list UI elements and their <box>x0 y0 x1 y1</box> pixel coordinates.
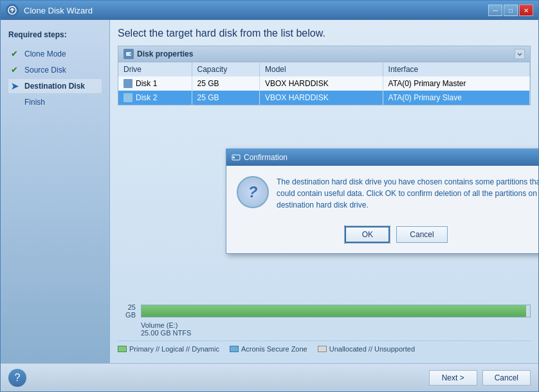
main-content: Required steps: ✔ Clone Mode ✔ Source Di… <box>1 20 538 363</box>
finish-link[interactable]: Finish <box>24 98 45 107</box>
window-controls: ─ □ ✕ <box>488 4 533 16</box>
disk-properties-title: Disk properties <box>137 49 193 58</box>
sidebar-item-clone-mode[interactable]: ✔ Clone Mode <box>8 47 102 60</box>
content-wrapper: Select the target hard disk from the lis… <box>110 20 538 363</box>
disk-size-label: 25 GB <box>118 303 136 319</box>
dialog-cancel-button[interactable]: Cancel <box>396 226 447 243</box>
dialog-titlebar: Confirmation ✕ <box>226 149 538 166</box>
checkmark-icon: ✔ <box>11 65 21 75</box>
dialog-buttons: OK Cancel <box>226 221 538 253</box>
disk-icon <box>123 79 132 88</box>
disk-table: Drive Capacity Model Interface <box>118 62 530 105</box>
capacity-cell: 25 GB <box>192 91 259 105</box>
bottom-bar: ? Next > Cancel <box>1 363 538 391</box>
main-window: Clone Disk Wizard ─ □ ✕ Required steps: … <box>0 0 539 392</box>
interface-cell: ATA(0) Primary Master <box>383 76 529 91</box>
legend-label-acronis: Acronis Secure Zone <box>241 345 307 353</box>
table-row[interactable]: Disk 2 25 GB VBOX HARDDISK ATA(0) Primar… <box>118 91 530 105</box>
title-bar: Clone Disk Wizard ─ □ ✕ <box>1 1 538 20</box>
panel-heading: Select the target hard disk from the lis… <box>118 28 531 39</box>
model-cell: VBOX HARDDISK <box>259 76 383 91</box>
disk-info: Volume (E:) 25.00 GB NTFS <box>118 321 531 337</box>
window-title: Clone Disk Wizard <box>24 6 488 15</box>
drive-name: Disk 1 <box>136 79 157 88</box>
cancel-button[interactable]: Cancel <box>482 370 531 386</box>
drive-name: Disk 2 <box>136 93 157 102</box>
disk-properties-icon <box>123 49 134 59</box>
disk-viz-area: 25 GB Volume (E:) 25.00 GB NTFS Prim <box>118 298 531 355</box>
svg-point-2 <box>130 53 131 55</box>
bottom-right: Next > Cancel <box>429 370 531 386</box>
sidebar-item-finish[interactable]: Finish <box>8 96 102 109</box>
legend-label-primary: Primary // Logical // Dynamic <box>129 345 219 353</box>
disk-properties-header: Disk properties <box>118 46 530 62</box>
drive-cell: Disk 1 <box>118 76 192 91</box>
legend-item-acronis: Acronis Secure Zone <box>230 345 307 353</box>
dialog-content: ? The destination hard disk drive you ha… <box>226 166 538 221</box>
svg-point-4 <box>233 157 235 159</box>
minimize-button[interactable]: ─ <box>488 4 502 16</box>
disk-properties-panel: Disk properties Drive Capacity Model <box>118 46 531 105</box>
legend-item-primary: Primary // Logical // Dynamic <box>118 345 219 353</box>
help-button[interactable]: ? <box>8 369 26 387</box>
clone-mode-link[interactable]: Clone Mode <box>24 49 66 58</box>
disk-bar-fill <box>142 305 526 317</box>
sidebar-item-source-disk[interactable]: ✔ Source Disk <box>8 63 102 76</box>
legend-color-acronis <box>230 346 239 352</box>
checkmark-icon: ✔ <box>11 49 21 58</box>
legend-color-primary <box>118 346 127 352</box>
legend-color-unallocated <box>318 346 327 352</box>
volume-label: Volume (E:) <box>141 321 178 329</box>
legend: Primary // Logical // Dynamic Acronis Se… <box>118 341 531 355</box>
dialog-ok-button[interactable]: OK <box>345 226 390 243</box>
sidebar: Required steps: ✔ Clone Mode ✔ Source Di… <box>1 20 110 363</box>
col-drive: Drive <box>118 62 192 76</box>
volume-info: 25.00 GB NTFS <box>141 329 191 337</box>
disk-properties-expand-button[interactable] <box>515 49 525 59</box>
disk-properties-header-left: Disk properties <box>123 49 193 59</box>
col-capacity: Capacity <box>192 62 259 76</box>
dialog-message: The destination hard disk drive you have… <box>277 176 538 211</box>
dialog-title-left: Confirmation <box>232 153 288 162</box>
disk-icon <box>123 93 132 102</box>
table-header-row: Drive Capacity Model Interface <box>118 62 530 76</box>
col-model: Model <box>259 62 383 76</box>
next-button[interactable]: Next > <box>429 370 477 386</box>
table-row[interactable]: Disk 1 25 GB VBOX HARDDISK ATA(0) Primar… <box>118 76 530 91</box>
legend-item-unallocated: Unallocated // Unsupported <box>318 345 415 353</box>
dialog-title: Confirmation <box>244 153 288 162</box>
legend-label-unallocated: Unallocated // Unsupported <box>329 345 415 353</box>
maximize-button[interactable]: □ <box>504 4 518 16</box>
disk-viz-row: 25 GB <box>118 303 531 319</box>
disk-bar-container <box>141 305 531 317</box>
col-interface: Interface <box>383 62 529 76</box>
drive-cell: Disk 2 <box>118 91 192 105</box>
bottom-left: ? <box>8 369 26 387</box>
dialog-icon <box>232 153 241 162</box>
capacity-cell: 25 GB <box>192 76 259 91</box>
arrow-icon: ➤ <box>11 81 21 91</box>
close-button[interactable]: ✕ <box>519 4 533 16</box>
model-cell: VBOX HARDDISK <box>259 91 383 105</box>
confirmation-dialog: Confirmation ✕ ? The destination hard di… <box>226 148 538 254</box>
destination-disk-label: Destination Disk <box>24 82 85 91</box>
warning-icon: ? <box>237 176 269 208</box>
sidebar-title: Required steps: <box>8 30 102 39</box>
sidebar-item-destination-disk[interactable]: ➤ Destination Disk <box>8 79 102 93</box>
app-icon <box>6 4 19 17</box>
interface-cell: ATA(0) Primary Slave <box>383 91 529 105</box>
source-disk-link[interactable]: Source Disk <box>24 66 66 75</box>
